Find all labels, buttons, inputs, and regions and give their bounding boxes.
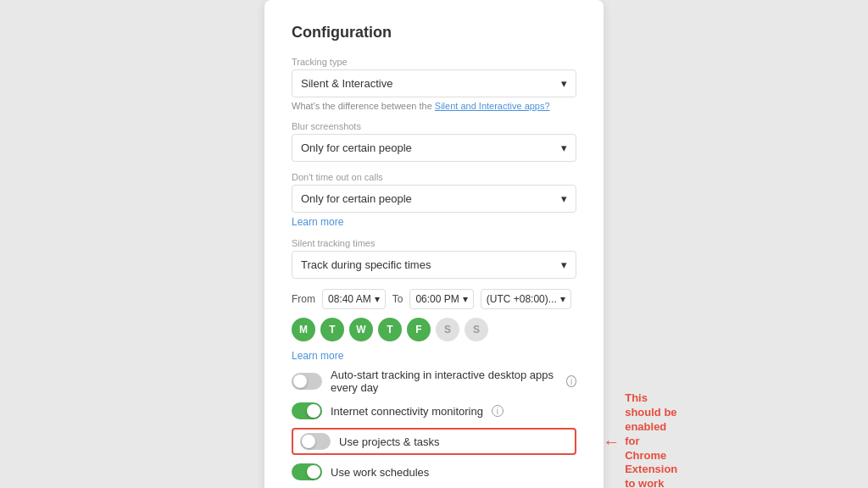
connectivity-toggle[interactable]: [292, 402, 322, 419]
from-label: From: [292, 293, 315, 305]
silent-times-select[interactable]: Track during specific times ▾: [292, 251, 576, 279]
tracking-type-select[interactable]: Silent & Interactive ▾: [292, 69, 576, 97]
day-friday[interactable]: F: [407, 318, 431, 341]
projects-toggle[interactable]: [300, 433, 331, 450]
connectivity-row: Internet connectivity monitoring i: [292, 402, 576, 419]
from-time-arrow-icon: ▾: [375, 293, 380, 305]
work-schedules-toggle[interactable]: [292, 463, 322, 480]
blur-screenshots-value: Only for certain people: [301, 141, 412, 154]
day-monday[interactable]: M: [292, 318, 315, 341]
day-saturday[interactable]: S: [436, 318, 459, 341]
blur-screenshots-label: Blur screenshots: [292, 121, 576, 131]
configuration-card: Configuration Tracking type Silent & Int…: [264, 0, 604, 488]
to-label: To: [392, 293, 403, 305]
projects-row: Use projects & tasks ← This should be en…: [292, 428, 576, 455]
dont-timeout-label: Don't time out on calls: [292, 172, 576, 182]
projects-label: Use projects & tasks: [339, 435, 440, 448]
tracking-type-label: Tracking type: [292, 57, 576, 67]
to-time-select[interactable]: 06:00 PM ▾: [409, 289, 473, 309]
silent-times-group: Silent tracking times Track during speci…: [292, 238, 576, 279]
silent-times-value: Track during specific times: [301, 258, 431, 271]
annotation-text: This should be enabled for Chrome Extens…: [625, 391, 677, 488]
day-thursday[interactable]: T: [378, 318, 402, 341]
autostart-info-icon[interactable]: i: [566, 375, 576, 387]
work-schedules-label: Use work schedules: [331, 466, 429, 479]
day-sunday[interactable]: S: [465, 318, 488, 341]
blur-screenshots-group: Blur screenshots Only for certain people…: [292, 121, 576, 162]
blur-screenshots-select[interactable]: Only for certain people ▾: [292, 134, 576, 162]
timezone-select[interactable]: (UTC +08:00)... ▾: [481, 289, 571, 309]
dont-timeout-arrow-icon: ▾: [561, 192, 567, 205]
days-row: M T W T F S S: [292, 318, 576, 341]
learn-more-2[interactable]: Learn more: [292, 350, 576, 362]
time-range-row: From 08:40 AM ▾ To 06:00 PM ▾ (UTC +08:0…: [292, 289, 576, 309]
from-time-select[interactable]: 08:40 AM ▾: [322, 289, 386, 309]
learn-more-1[interactable]: Learn more: [292, 216, 576, 228]
dont-timeout-value: Only for certain people: [301, 192, 412, 205]
day-tuesday[interactable]: T: [320, 318, 344, 341]
dont-timeout-select[interactable]: Only for certain people ▾: [292, 185, 576, 213]
day-wednesday[interactable]: W: [349, 318, 373, 341]
tracking-type-help-link[interactable]: Silent and Interactive apps?: [435, 101, 550, 111]
connectivity-label: Internet connectivity monitoring: [331, 405, 483, 418]
tracking-type-arrow-icon: ▾: [561, 77, 567, 90]
silent-times-arrow-icon: ▾: [561, 258, 567, 271]
autostart-label: Auto-start tracking in interactive deskt…: [331, 369, 558, 394]
blur-screenshots-arrow-icon: ▾: [561, 141, 567, 154]
tracking-type-value: Silent & Interactive: [301, 77, 392, 90]
connectivity-info-icon[interactable]: i: [492, 405, 504, 417]
timezone-value: (UTC +08:00)...: [487, 293, 557, 305]
tracking-type-group: Tracking type Silent & Interactive ▾ Wha…: [292, 57, 576, 111]
dont-timeout-group: Don't time out on calls Only for certain…: [292, 172, 576, 228]
page-title: Configuration: [292, 24, 576, 42]
annotation-arrow-icon: ←: [603, 431, 620, 451]
work-schedules-row: Use work schedules: [292, 463, 576, 480]
autostart-row: Auto-start tracking in interactive deskt…: [292, 369, 576, 394]
silent-times-label: Silent tracking times: [292, 238, 576, 248]
tracking-type-help: What's the difference between the Silent…: [292, 101, 576, 111]
annotation: ← This should be enabled for Chrome Exte…: [603, 391, 677, 488]
timezone-arrow-icon: ▾: [560, 293, 565, 305]
to-time-value: 06:00 PM: [415, 293, 459, 305]
to-time-arrow-icon: ▾: [463, 293, 468, 305]
autostart-toggle[interactable]: [292, 373, 322, 390]
from-time-value: 08:40 AM: [328, 293, 371, 305]
